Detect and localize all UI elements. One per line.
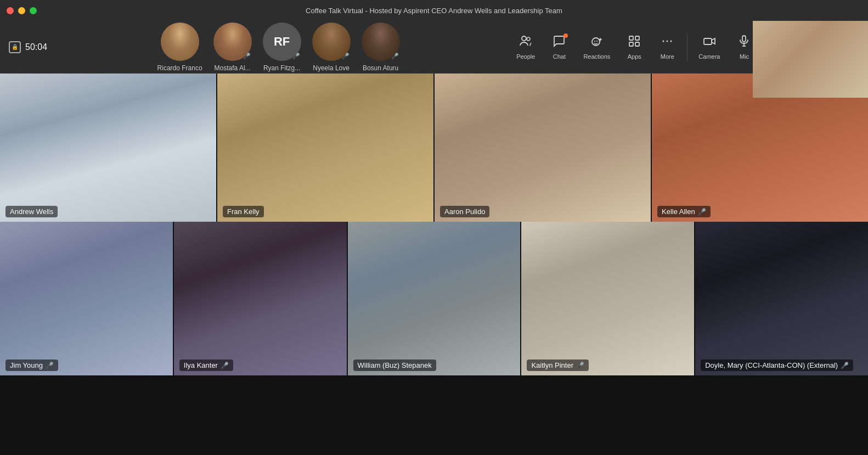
- video-ilya: [174, 222, 347, 375]
- toolbar: 🔒 50:04 Ricardo Franco 🎤 Mostafa Al... R…: [0, 21, 868, 74]
- mic-icon: [737, 35, 751, 51]
- video-cell-doyle: Doyle, Mary (CCI-Atlanta-CON) (External)…: [695, 222, 868, 375]
- apps-label: Apps: [628, 53, 641, 60]
- label-aaron: Aaron Pulido: [440, 206, 489, 217]
- reactions-icon: [590, 35, 604, 51]
- label-kelle: Kelle Allen 🎤: [657, 206, 711, 217]
- svg-point-0: [522, 36, 526, 41]
- svg-point-4: [596, 41, 598, 42]
- label-andrew: Andrew Wells: [5, 206, 58, 217]
- people-button[interactable]: People: [510, 30, 542, 64]
- jim-mic-icon: 🎤: [46, 362, 54, 369]
- participant-thumb-nyeela[interactable]: 🎤 Nyeela Love: [312, 23, 351, 72]
- kelle-mic-icon: 🎤: [698, 208, 706, 216]
- close-button[interactable]: [7, 7, 14, 14]
- video-doyle: [695, 222, 868, 375]
- video-aaron: [435, 74, 651, 222]
- camera-label: Camera: [698, 53, 720, 60]
- reactions-button[interactable]: Reactions: [577, 30, 617, 64]
- participant-thumb-mostafa[interactable]: 🎤 Mostafa Al...: [213, 23, 252, 72]
- svg-rect-7: [635, 42, 639, 46]
- chat-button[interactable]: Chat: [544, 30, 574, 64]
- chat-icon: [553, 35, 566, 51]
- camera-button[interactable]: Camera: [692, 30, 726, 64]
- more-label: More: [661, 53, 674, 60]
- video-jim: [0, 222, 173, 375]
- label-fran: Fran Kelly: [223, 206, 264, 217]
- participant-name-ricardo: Ricardo Franco: [157, 64, 202, 72]
- mic-icon-mostafa: 🎤: [243, 53, 251, 60]
- svg-point-11: [670, 40, 672, 42]
- svg-rect-13: [742, 36, 746, 42]
- self-view: [753, 21, 868, 98]
- people-icon: [519, 35, 532, 51]
- participant-thumb-bosun[interactable]: 🎤 Bosun Aturu: [362, 23, 400, 72]
- svg-rect-6: [635, 36, 639, 40]
- avatar-ricardo: [161, 23, 199, 61]
- minimize-button[interactable]: [18, 7, 25, 14]
- meeting-timer: 50:04: [25, 42, 47, 52]
- svg-point-10: [667, 40, 668, 42]
- participant-name-ryan: Ryan Fitzg...: [263, 64, 300, 72]
- label-ilya: Ilya Kanter 🎤: [179, 359, 233, 371]
- ilya-mic-icon: 🎤: [221, 362, 229, 369]
- kaitlyn-mic-icon: 🎤: [576, 362, 584, 369]
- chat-notification-dot: [563, 33, 568, 38]
- svg-rect-12: [704, 38, 712, 44]
- toolbar-left: 🔒 50:04: [9, 41, 47, 53]
- chat-label: Chat: [553, 53, 566, 60]
- svg-point-9: [663, 40, 664, 42]
- svg-rect-5: [629, 36, 633, 40]
- video-cell-ilya: Ilya Kanter 🎤: [174, 222, 347, 375]
- label-doyle: Doyle, Mary (CCI-Atlanta-CON) (External)…: [701, 359, 853, 371]
- toolbar-divider: [687, 33, 687, 61]
- security-icon: 🔒: [9, 41, 21, 53]
- more-icon: [661, 35, 674, 51]
- video-cell-aaron: Aaron Pulido: [435, 74, 651, 222]
- mic-icon-ryan: 🎤: [292, 53, 300, 60]
- video-cell-kaitlyn: Kaitlyn Pinter 🎤: [521, 222, 694, 375]
- label-william: William (Buz) Stepanek: [353, 359, 436, 371]
- participant-name-mostafa: Mostafa Al...: [215, 64, 251, 72]
- self-video: [753, 21, 868, 98]
- video-cell-fran: Fran Kelly: [217, 74, 433, 222]
- label-kaitlyn: Kaitlyn Pinter 🎤: [527, 359, 589, 371]
- video-kaitlyn: [521, 222, 694, 375]
- more-button[interactable]: More: [652, 30, 683, 64]
- maximize-button[interactable]: [30, 7, 37, 14]
- traffic-lights: [7, 7, 37, 14]
- video-grid: Andrew Wells Fran Kelly Aaron Pulido Kel…: [0, 74, 868, 455]
- participant-thumb-ricardo[interactable]: Ricardo Franco: [157, 23, 202, 72]
- mic-icon-bosun: 🎤: [391, 53, 399, 60]
- reactions-label: Reactions: [583, 53, 610, 60]
- label-jim: Jim Young 🎤: [5, 359, 58, 371]
- apps-button[interactable]: Apps: [619, 30, 650, 64]
- participant-name-bosun: Bosun Aturu: [363, 64, 398, 72]
- people-label: People: [516, 53, 535, 60]
- video-cell-jim: Jim Young 🎤: [0, 222, 173, 375]
- doyle-mic-icon: 🎤: [841, 362, 849, 369]
- participants-strip: Ricardo Franco 🎤 Mostafa Al... RF 🎤 Ryan…: [47, 23, 510, 72]
- video-andrew: [0, 74, 216, 222]
- mic-label: Mic: [740, 53, 749, 60]
- video-cell-william: William (Buz) Stepanek: [348, 222, 521, 375]
- participant-thumb-ryan[interactable]: RF 🎤 Ryan Fitzg...: [263, 23, 301, 72]
- video-cell-andrew: Andrew Wells: [0, 74, 216, 222]
- mic-icon-nyeela: 🎤: [342, 53, 350, 60]
- svg-rect-8: [629, 42, 633, 46]
- window-title: Coffee Talk Virtual - Hosted by Aspirent…: [306, 7, 562, 15]
- bottom-row: Jim Young 🎤 Ilya Kanter 🎤 William (Buz) …: [0, 222, 868, 375]
- camera-icon: [703, 35, 716, 51]
- svg-point-3: [594, 41, 595, 42]
- video-william: [348, 222, 521, 375]
- top-row: Andrew Wells Fran Kelly Aaron Pulido Kel…: [0, 74, 868, 222]
- titlebar: Coffee Talk Virtual - Hosted by Aspirent…: [0, 0, 868, 21]
- participant-name-nyeela: Nyeela Love: [313, 64, 350, 72]
- apps-icon: [628, 35, 641, 51]
- video-fran: [217, 74, 433, 222]
- svg-point-1: [527, 37, 530, 41]
